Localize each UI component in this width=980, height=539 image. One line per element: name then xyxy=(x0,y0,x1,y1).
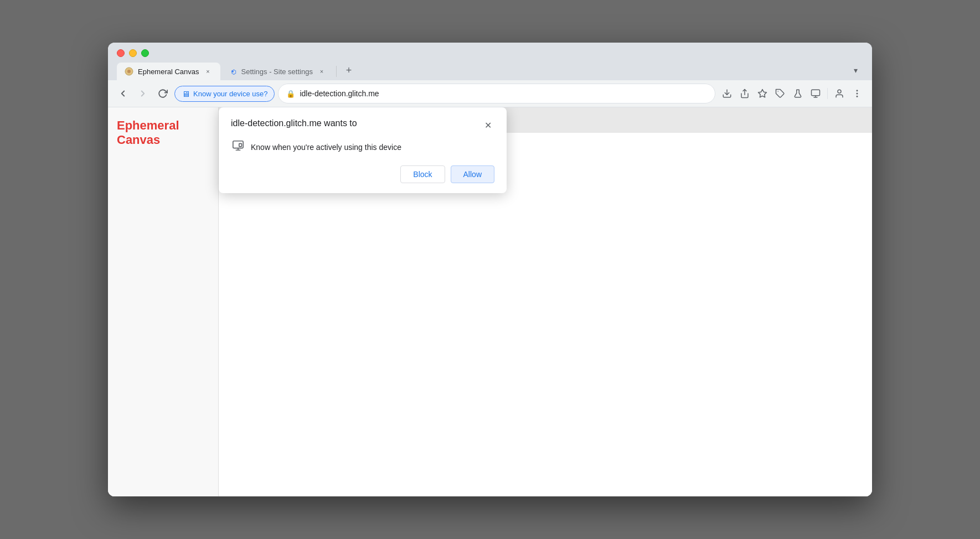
nav-bar: 🖥 Know your device use? 🔒 idle-detection… xyxy=(108,80,872,107)
download-button[interactable] xyxy=(719,85,735,102)
lock-icon: 🔒 xyxy=(286,90,295,98)
address-bar[interactable]: 🔒 idle-detection.glitch.me xyxy=(278,84,715,103)
tab-settings-close[interactable]: × xyxy=(317,67,326,76)
menu-button[interactable] xyxy=(849,85,865,102)
popup-permission-row: Know when you're actively using this dev… xyxy=(231,139,494,154)
site-title-line1: Ephemeral xyxy=(117,118,179,132)
toolbar-icons xyxy=(719,85,865,102)
title-bar: Ephemeral Canvas × Settings - Site setti… xyxy=(108,43,872,80)
permission-popup: idle-detection.glitch.me wants to ✕ Know… xyxy=(219,107,507,193)
svg-point-12 xyxy=(857,96,858,97)
site-title-line2: Canvas xyxy=(117,133,160,147)
block-button[interactable]: Block xyxy=(400,165,445,183)
popup-close-button[interactable]: ✕ xyxy=(481,118,494,132)
extensions-button[interactable] xyxy=(772,85,788,102)
svg-marker-4 xyxy=(759,90,767,97)
share-button[interactable] xyxy=(736,85,753,102)
desktop-button[interactable] xyxy=(807,85,824,102)
device-icon: 🖥 xyxy=(182,89,190,99)
svg-point-9 xyxy=(838,90,841,93)
reload-button[interactable] xyxy=(154,85,171,102)
suggest-label: Know your device use? xyxy=(193,90,267,98)
allow-button[interactable]: Allow xyxy=(451,165,494,183)
forward-button[interactable] xyxy=(135,85,151,102)
svg-rect-16 xyxy=(239,143,242,147)
svg-point-11 xyxy=(857,93,858,94)
url-text: idle-detection.glitch.me xyxy=(300,89,707,98)
popup-actions: Block Allow xyxy=(231,165,494,183)
tab-dropdown-button[interactable]: ▾ xyxy=(848,63,863,78)
popup-header: idle-detection.glitch.me wants to ✕ xyxy=(231,118,494,132)
minimize-button[interactable] xyxy=(129,49,137,57)
site-title: Ephemeral Canvas xyxy=(117,118,209,148)
permission-text: Know when you're actively using this dev… xyxy=(251,143,401,152)
new-tab-button[interactable]: + xyxy=(341,63,357,78)
tab-settings[interactable]: Settings - Site settings × xyxy=(220,63,334,80)
suggest-device-button[interactable]: 🖥 Know your device use? xyxy=(174,86,275,102)
traffic-lights xyxy=(117,49,863,57)
sidebar: Ephemeral Canvas xyxy=(108,107,219,496)
gear-favicon-icon xyxy=(228,67,237,76)
toolbar-separator xyxy=(827,88,828,99)
popup-title: idle-detection.glitch.me wants to xyxy=(231,118,357,128)
tabs-row: Ephemeral Canvas × Settings - Site setti… xyxy=(117,63,863,80)
tab-ephemeral-title: Ephemeral Canvas xyxy=(138,68,199,76)
close-button[interactable] xyxy=(117,49,125,57)
svg-point-10 xyxy=(857,90,858,91)
device-permission-icon xyxy=(232,139,244,154)
bookmark-button[interactable] xyxy=(754,85,771,102)
maximize-button[interactable] xyxy=(141,49,149,57)
flask-button[interactable] xyxy=(790,85,806,102)
back-button[interactable] xyxy=(115,85,131,102)
tab-ephemeral[interactable]: Ephemeral Canvas × xyxy=(117,63,220,80)
page-content: Ephemeral Canvas Don't move your mouse d… xyxy=(108,107,872,496)
profile-button[interactable] xyxy=(831,85,848,102)
browser-window: Ephemeral Canvas × Settings - Site setti… xyxy=(108,43,872,496)
canvas-favicon-icon xyxy=(125,67,133,76)
tab-ephemeral-close[interactable]: × xyxy=(204,67,213,76)
svg-rect-6 xyxy=(812,90,820,96)
tab-settings-title: Settings - Site settings xyxy=(241,68,313,76)
svg-point-1 xyxy=(127,70,131,73)
tab-separator xyxy=(336,66,337,77)
